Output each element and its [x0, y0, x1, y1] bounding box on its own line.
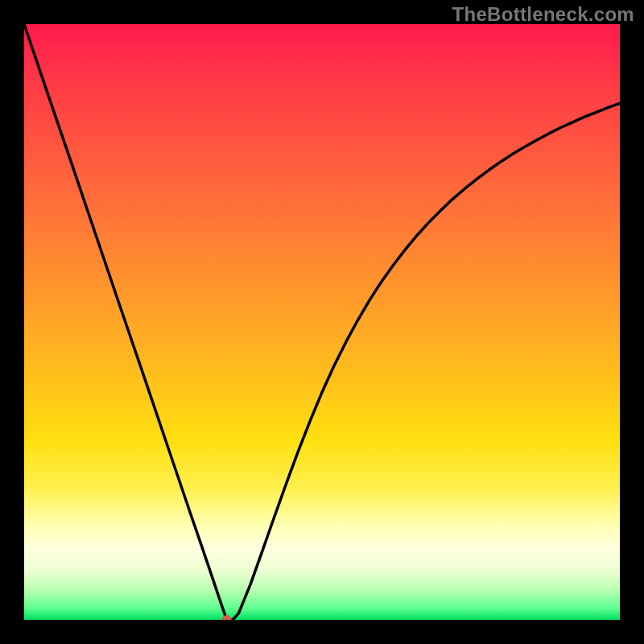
minimum-marker [222, 615, 232, 620]
chart-frame: TheBottleneck.com [0, 0, 644, 644]
chart-svg [24, 24, 620, 620]
bottleneck-curve [24, 24, 620, 620]
plot-area [24, 24, 620, 620]
watermark-text: TheBottleneck.com [452, 3, 634, 26]
